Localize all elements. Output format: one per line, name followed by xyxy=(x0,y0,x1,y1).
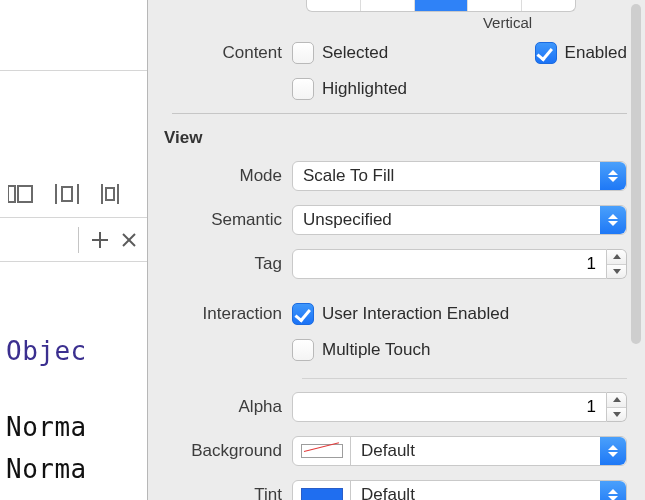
close-icon[interactable] xyxy=(121,232,137,248)
divider xyxy=(302,378,627,379)
mode-popup[interactable]: Scale To Fill xyxy=(292,161,627,191)
semantic-popup[interactable]: Unspecified xyxy=(292,205,627,235)
checkbox-icon xyxy=(292,303,314,325)
multiple-touch-label: Multiple Touch xyxy=(322,340,430,360)
align-horizontal-icon[interactable] xyxy=(100,184,126,204)
mode-value: Scale To Fill xyxy=(303,166,394,186)
alpha-label: Alpha xyxy=(160,397,292,417)
highlighted-checkbox[interactable]: Highlighted xyxy=(292,78,407,100)
chevron-updown-icon xyxy=(600,437,626,465)
chevron-updown-icon xyxy=(600,481,626,500)
enabled-checkbox[interactable]: Enabled xyxy=(535,42,627,64)
distribute-horizontal-icon[interactable] xyxy=(54,184,80,204)
interaction-label: Interaction xyxy=(160,304,292,324)
tab-separator xyxy=(78,227,79,253)
mode-label: Mode xyxy=(160,166,292,186)
alpha-stepper[interactable] xyxy=(607,392,627,422)
tint-color-icon xyxy=(301,488,343,500)
background-value: Default xyxy=(351,437,626,465)
tint-color-popup[interactable]: Default xyxy=(292,480,627,500)
editor-top-area xyxy=(0,70,147,170)
plus-icon[interactable] xyxy=(91,231,109,249)
scrollbar[interactable] xyxy=(631,4,641,344)
tint-value: Default xyxy=(351,481,626,500)
stepper-up-icon[interactable] xyxy=(607,250,626,265)
user-interaction-checkbox[interactable]: User Interaction Enabled xyxy=(292,303,509,325)
code-token: Norma xyxy=(6,406,147,448)
alignment-caption: Vertical xyxy=(388,12,627,35)
stepper-down-icon[interactable] xyxy=(607,408,626,422)
divider xyxy=(0,70,147,71)
content-label: Content xyxy=(160,43,292,63)
selected-checkbox[interactable]: Selected xyxy=(292,42,388,64)
view-section-title: View xyxy=(160,122,627,154)
pin-horizontal-icon[interactable] xyxy=(8,184,34,204)
checkbox-icon xyxy=(535,42,557,64)
chevron-updown-icon xyxy=(600,162,626,190)
background-label: Background xyxy=(160,441,292,461)
checkbox-icon xyxy=(292,42,314,64)
layout-icon-bar xyxy=(0,170,147,218)
svg-rect-1 xyxy=(18,186,32,202)
tint-label: Tint xyxy=(160,485,292,500)
selected-label: Selected xyxy=(322,43,388,63)
multiple-touch-checkbox[interactable]: Multiple Touch xyxy=(292,339,430,361)
user-interaction-label: User Interaction Enabled xyxy=(322,304,509,324)
divider xyxy=(172,113,627,114)
semantic-value: Unspecified xyxy=(303,210,392,230)
enabled-label: Enabled xyxy=(565,43,627,63)
tint-swatch[interactable] xyxy=(293,481,351,500)
tag-stepper[interactable] xyxy=(607,249,627,279)
stepper-down-icon[interactable] xyxy=(607,265,626,279)
code-token-type: Objec xyxy=(6,330,147,372)
stepper-up-icon[interactable] xyxy=(607,393,626,408)
checkbox-icon xyxy=(292,78,314,100)
semantic-label: Semantic xyxy=(160,210,292,230)
tab-bar xyxy=(0,218,147,262)
code-token: Norma xyxy=(6,448,147,490)
editor-pane: Objec Norma Norma xyxy=(0,0,148,500)
code-area: Objec Norma Norma xyxy=(0,262,147,490)
checkbox-icon xyxy=(292,339,314,361)
svg-rect-6 xyxy=(106,188,114,200)
svg-rect-3 xyxy=(62,187,72,201)
highlighted-label: Highlighted xyxy=(322,79,407,99)
default-color-icon xyxy=(301,444,343,458)
alignment-segmented-control[interactable] xyxy=(306,0,576,12)
svg-rect-0 xyxy=(8,186,15,202)
tag-input[interactable] xyxy=(292,249,607,279)
chevron-updown-icon xyxy=(600,206,626,234)
background-swatch[interactable] xyxy=(293,437,351,465)
inspector-pane: Vertical Content Selected Enabled xyxy=(148,0,645,500)
tag-label: Tag xyxy=(160,254,292,274)
alpha-input[interactable] xyxy=(292,392,607,422)
background-color-popup[interactable]: Default xyxy=(292,436,627,466)
